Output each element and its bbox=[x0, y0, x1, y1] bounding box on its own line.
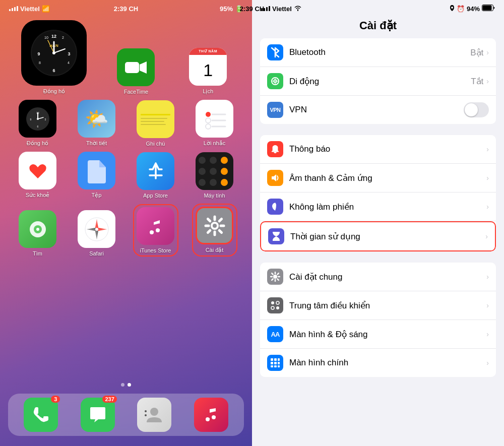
app-lich-label: Lịch bbox=[203, 88, 213, 95]
man-hinh-chevron: › bbox=[486, 330, 489, 338]
settings-row-cai-dat-chung[interactable]: Cài đặt chung › bbox=[260, 263, 496, 291]
khong-lam-phien-label: Không làm phiền bbox=[289, 202, 486, 212]
settings-row-trung-tam[interactable]: Trung tâm điều khiển › bbox=[260, 291, 496, 320]
app-suc-khoe[interactable]: Sức khoẻ bbox=[15, 152, 60, 199]
svg-point-52 bbox=[150, 408, 158, 416]
khong-lam-phien-chevron: › bbox=[486, 203, 489, 211]
dock-messages[interactable]: 237 bbox=[81, 398, 115, 432]
svg-text:9: 9 bbox=[38, 51, 40, 56]
svg-line-49 bbox=[219, 230, 221, 232]
home-grid: 12 3 6 9 2 10 4 8 HAN bbox=[0, 15, 252, 378]
svg-point-74 bbox=[276, 306, 279, 309]
settings-list: Bluetooth Bật › Di động Tắt › bbox=[252, 38, 504, 446]
page-dot-1 bbox=[121, 383, 124, 387]
di-dong-chevron: › bbox=[486, 77, 489, 85]
thong-bao-label: Thông báo bbox=[289, 144, 486, 154]
svg-text:9: 9 bbox=[30, 118, 31, 121]
facetime-icon-svg bbox=[125, 60, 147, 75]
app-app-store[interactable]: App Store bbox=[133, 152, 178, 199]
app-tep[interactable]: Tệp bbox=[74, 152, 119, 199]
app-dong-ho2[interactable]: 12 3 6 9 Đồng hồ bbox=[15, 100, 60, 147]
svg-line-48 bbox=[208, 219, 210, 221]
svg-rect-83 bbox=[278, 365, 280, 367]
svg-line-50 bbox=[219, 219, 221, 221]
right-status-bar: Viettel 2:39 CH ⏰ 94% bbox=[252, 0, 504, 15]
svg-point-43 bbox=[213, 224, 217, 228]
app-thoi-tiet[interactable]: 🌤️ Thời tiết bbox=[74, 100, 119, 147]
app-facetime[interactable]: FaceTime bbox=[113, 48, 159, 95]
right-carrier: Viettel bbox=[272, 5, 292, 13]
app-safari[interactable]: Safari bbox=[74, 210, 119, 257]
vpn-toggle[interactable] bbox=[464, 102, 489, 117]
settings-row-man-hinh[interactable]: AA Màn hình & Độ sáng › bbox=[260, 320, 496, 349]
settings-row-di-dong[interactable]: Di động Tắt › bbox=[260, 67, 496, 96]
svg-rect-81 bbox=[271, 365, 273, 367]
settings-row-bluetooth[interactable]: Bluetooth Bật › bbox=[260, 38, 496, 67]
app-ghi-chu[interactable]: Ghi chú bbox=[133, 100, 178, 147]
app-may-tinh[interactable]: Máy tính bbox=[192, 152, 237, 199]
left-signal bbox=[9, 6, 18, 11]
app-dong-ho-large[interactable]: 12 3 6 9 2 10 4 8 HAN bbox=[21, 20, 87, 95]
man-hinh-label: Màn hình & Độ sáng bbox=[289, 329, 486, 340]
settings-svg bbox=[204, 215, 226, 237]
itunes-svg bbox=[145, 215, 167, 237]
app-dong-ho2-label: Đồng hồ bbox=[27, 140, 48, 147]
svg-rect-79 bbox=[274, 362, 277, 364]
settings-row-thoi-gian[interactable]: Thời gian sử dụng › bbox=[260, 221, 496, 251]
settings-row-vpn[interactable]: VPN VPN bbox=[260, 96, 496, 124]
svg-text:2: 2 bbox=[62, 36, 64, 39]
am-thanh-icon bbox=[267, 170, 283, 186]
app-loi-nhac[interactable]: Lời nhắc bbox=[192, 100, 237, 147]
right-time: 2:39 CH bbox=[240, 5, 264, 13]
svg-rect-75 bbox=[271, 358, 273, 361]
bluetooth-value: Bật bbox=[470, 47, 483, 58]
svg-point-62 bbox=[273, 275, 277, 279]
app-lich[interactable]: THỨ NĂM 1 Lịch bbox=[185, 48, 231, 95]
app-ghi-chu-label: Ghi chú bbox=[146, 141, 165, 147]
settings-row-khong-lam-phien[interactable]: Không làm phiền › bbox=[260, 193, 496, 221]
phone-icon bbox=[31, 405, 50, 424]
left-time: 2:39 CH bbox=[114, 5, 138, 13]
svg-point-14 bbox=[52, 51, 55, 54]
svg-text:10: 10 bbox=[44, 36, 48, 39]
settings-row-am-thanh[interactable]: Âm thanh & Cảm ứng › bbox=[260, 164, 496, 193]
bluetooth-label: Bluetooth bbox=[289, 47, 470, 57]
app-tim[interactable]: Tìm bbox=[15, 210, 60, 257]
app-tim-label: Tìm bbox=[33, 250, 42, 257]
svg-point-71 bbox=[271, 301, 274, 304]
app-safari-label: Safari bbox=[89, 250, 104, 257]
di-dong-icon bbox=[267, 73, 283, 89]
settings-title: Cài đặt bbox=[252, 15, 504, 38]
cai-dat-chung-label: Cài đặt chung bbox=[289, 272, 486, 282]
app-itunes-label: iTunes Store bbox=[140, 247, 171, 253]
right-wifi-icon bbox=[294, 5, 302, 13]
bluetooth-chevron: › bbox=[486, 48, 489, 56]
trung-tam-icon bbox=[267, 297, 283, 313]
svg-line-51 bbox=[208, 230, 210, 232]
messages-badge: 237 bbox=[102, 396, 116, 403]
app-app-store-label: App Store bbox=[143, 193, 168, 199]
dock-contacts[interactable] bbox=[137, 398, 171, 432]
vpn-toggle-thumb bbox=[465, 103, 478, 116]
app-facetime-label: FaceTime bbox=[124, 89, 149, 95]
settings-section-general: Cài đặt chung › Trung tâm điều khiển › bbox=[260, 263, 496, 377]
svg-text:3: 3 bbox=[44, 118, 46, 121]
dock-music[interactable] bbox=[194, 398, 228, 432]
app-cai-dat[interactable]: Cài đặt bbox=[192, 204, 237, 257]
settings-row-thong-bao[interactable]: Thông báo › bbox=[260, 135, 496, 164]
svg-text:6: 6 bbox=[53, 68, 55, 73]
thong-bao-chevron: › bbox=[486, 145, 489, 153]
dock-phone[interactable]: 3 bbox=[24, 398, 58, 432]
app-row-1: 12 3 6 9 2 10 4 8 HAN bbox=[8, 20, 244, 95]
files-svg bbox=[85, 158, 108, 183]
app-tep-label: Tệp bbox=[92, 192, 102, 199]
settings-row-man-hinh-chinh[interactable]: Màn hình chính › bbox=[260, 349, 496, 377]
trung-tam-label: Trung tâm điều khiển bbox=[289, 300, 486, 311]
svg-line-70 bbox=[272, 279, 273, 280]
svg-text:6: 6 bbox=[37, 125, 38, 128]
app-itunes-store[interactable]: iTunes Store bbox=[133, 204, 178, 257]
reminder-svg bbox=[202, 106, 227, 132]
svg-text:8: 8 bbox=[39, 61, 41, 65]
left-wifi-icon: 📶 bbox=[42, 5, 50, 13]
appstore-svg bbox=[145, 160, 167, 182]
